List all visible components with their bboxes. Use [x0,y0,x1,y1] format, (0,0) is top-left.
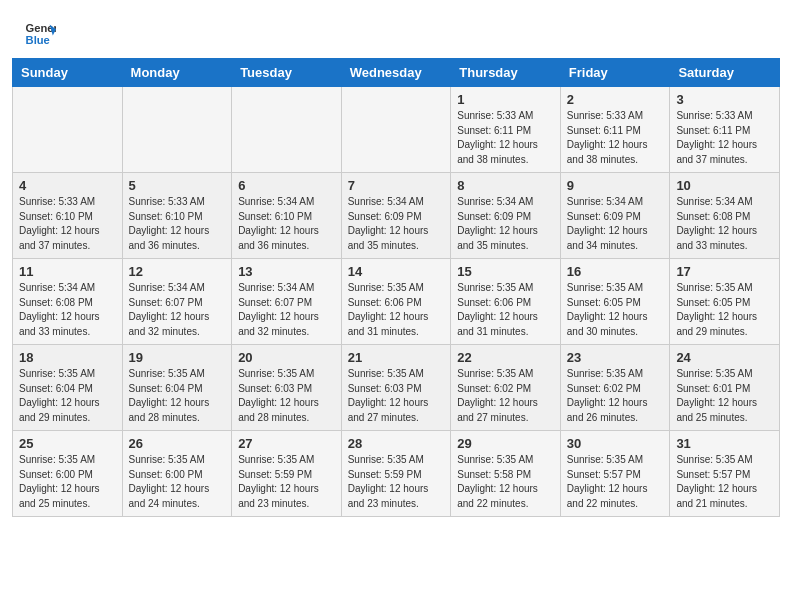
day-info: Sunrise: 5:34 AM Sunset: 6:07 PM Dayligh… [238,281,335,339]
day-number: 25 [19,436,116,451]
calendar-cell: 21Sunrise: 5:35 AM Sunset: 6:03 PM Dayli… [341,345,451,431]
day-info: Sunrise: 5:35 AM Sunset: 6:04 PM Dayligh… [19,367,116,425]
day-header-friday: Friday [560,59,670,87]
day-number: 27 [238,436,335,451]
calendar-cell: 5Sunrise: 5:33 AM Sunset: 6:10 PM Daylig… [122,173,232,259]
day-info: Sunrise: 5:34 AM Sunset: 6:10 PM Dayligh… [238,195,335,253]
day-info: Sunrise: 5:35 AM Sunset: 6:03 PM Dayligh… [238,367,335,425]
day-info: Sunrise: 5:34 AM Sunset: 6:09 PM Dayligh… [457,195,554,253]
day-info: Sunrise: 5:33 AM Sunset: 6:10 PM Dayligh… [129,195,226,253]
day-info: Sunrise: 5:33 AM Sunset: 6:11 PM Dayligh… [567,109,664,167]
day-info: Sunrise: 5:35 AM Sunset: 6:03 PM Dayligh… [348,367,445,425]
day-info: Sunrise: 5:33 AM Sunset: 6:11 PM Dayligh… [676,109,773,167]
day-number: 9 [567,178,664,193]
day-info: Sunrise: 5:35 AM Sunset: 6:02 PM Dayligh… [567,367,664,425]
day-header-monday: Monday [122,59,232,87]
week-row-2: 4Sunrise: 5:33 AM Sunset: 6:10 PM Daylig… [13,173,780,259]
calendar-cell: 13Sunrise: 5:34 AM Sunset: 6:07 PM Dayli… [232,259,342,345]
day-info: Sunrise: 5:35 AM Sunset: 6:00 PM Dayligh… [129,453,226,511]
day-header-saturday: Saturday [670,59,780,87]
day-number: 23 [567,350,664,365]
calendar-cell: 14Sunrise: 5:35 AM Sunset: 6:06 PM Dayli… [341,259,451,345]
calendar-cell: 27Sunrise: 5:35 AM Sunset: 5:59 PM Dayli… [232,431,342,517]
day-info: Sunrise: 5:35 AM Sunset: 6:00 PM Dayligh… [19,453,116,511]
calendar-cell: 23Sunrise: 5:35 AM Sunset: 6:02 PM Dayli… [560,345,670,431]
calendar-cell: 29Sunrise: 5:35 AM Sunset: 5:58 PM Dayli… [451,431,561,517]
calendar-cell: 8Sunrise: 5:34 AM Sunset: 6:09 PM Daylig… [451,173,561,259]
day-number: 2 [567,92,664,107]
calendar-cell: 11Sunrise: 5:34 AM Sunset: 6:08 PM Dayli… [13,259,123,345]
day-number: 7 [348,178,445,193]
day-number: 16 [567,264,664,279]
calendar-cell [341,87,451,173]
day-number: 20 [238,350,335,365]
calendar-cell: 17Sunrise: 5:35 AM Sunset: 6:05 PM Dayli… [670,259,780,345]
calendar-cell: 24Sunrise: 5:35 AM Sunset: 6:01 PM Dayli… [670,345,780,431]
calendar-cell: 31Sunrise: 5:35 AM Sunset: 5:57 PM Dayli… [670,431,780,517]
day-info: Sunrise: 5:35 AM Sunset: 5:57 PM Dayligh… [676,453,773,511]
day-number: 28 [348,436,445,451]
calendar-cell: 3Sunrise: 5:33 AM Sunset: 6:11 PM Daylig… [670,87,780,173]
calendar-table: SundayMondayTuesdayWednesdayThursdayFrid… [12,58,780,517]
week-row-4: 18Sunrise: 5:35 AM Sunset: 6:04 PM Dayli… [13,345,780,431]
calendar-cell: 22Sunrise: 5:35 AM Sunset: 6:02 PM Dayli… [451,345,561,431]
day-header-thursday: Thursday [451,59,561,87]
calendar-cell: 26Sunrise: 5:35 AM Sunset: 6:00 PM Dayli… [122,431,232,517]
calendar-wrapper: SundayMondayTuesdayWednesdayThursdayFrid… [0,58,792,529]
calendar-cell: 20Sunrise: 5:35 AM Sunset: 6:03 PM Dayli… [232,345,342,431]
day-header-tuesday: Tuesday [232,59,342,87]
day-number: 29 [457,436,554,451]
logo: General Blue [24,18,56,50]
day-number: 12 [129,264,226,279]
calendar-cell: 15Sunrise: 5:35 AM Sunset: 6:06 PM Dayli… [451,259,561,345]
calendar-header: SundayMondayTuesdayWednesdayThursdayFrid… [13,59,780,87]
day-info: Sunrise: 5:35 AM Sunset: 5:59 PM Dayligh… [348,453,445,511]
day-number: 24 [676,350,773,365]
day-info: Sunrise: 5:34 AM Sunset: 6:07 PM Dayligh… [129,281,226,339]
day-info: Sunrise: 5:35 AM Sunset: 5:58 PM Dayligh… [457,453,554,511]
day-info: Sunrise: 5:35 AM Sunset: 5:57 PM Dayligh… [567,453,664,511]
calendar-cell: 16Sunrise: 5:35 AM Sunset: 6:05 PM Dayli… [560,259,670,345]
day-number: 10 [676,178,773,193]
day-number: 22 [457,350,554,365]
calendar-cell [122,87,232,173]
calendar-cell [232,87,342,173]
week-row-3: 11Sunrise: 5:34 AM Sunset: 6:08 PM Dayli… [13,259,780,345]
day-number: 14 [348,264,445,279]
calendar-cell: 25Sunrise: 5:35 AM Sunset: 6:00 PM Dayli… [13,431,123,517]
calendar-cell: 9Sunrise: 5:34 AM Sunset: 6:09 PM Daylig… [560,173,670,259]
page-header: General Blue [0,0,792,58]
day-info: Sunrise: 5:35 AM Sunset: 6:05 PM Dayligh… [676,281,773,339]
day-number: 6 [238,178,335,193]
calendar-cell: 2Sunrise: 5:33 AM Sunset: 6:11 PM Daylig… [560,87,670,173]
day-number: 5 [129,178,226,193]
day-header-wednesday: Wednesday [341,59,451,87]
day-info: Sunrise: 5:35 AM Sunset: 6:02 PM Dayligh… [457,367,554,425]
day-number: 26 [129,436,226,451]
day-info: Sunrise: 5:34 AM Sunset: 6:08 PM Dayligh… [19,281,116,339]
calendar-cell: 7Sunrise: 5:34 AM Sunset: 6:09 PM Daylig… [341,173,451,259]
calendar-cell: 6Sunrise: 5:34 AM Sunset: 6:10 PM Daylig… [232,173,342,259]
day-number: 17 [676,264,773,279]
week-row-5: 25Sunrise: 5:35 AM Sunset: 6:00 PM Dayli… [13,431,780,517]
day-number: 1 [457,92,554,107]
week-row-1: 1Sunrise: 5:33 AM Sunset: 6:11 PM Daylig… [13,87,780,173]
day-number: 18 [19,350,116,365]
svg-text:Blue: Blue [26,34,50,46]
day-info: Sunrise: 5:35 AM Sunset: 6:06 PM Dayligh… [348,281,445,339]
day-header-sunday: Sunday [13,59,123,87]
day-info: Sunrise: 5:35 AM Sunset: 6:05 PM Dayligh… [567,281,664,339]
calendar-cell: 4Sunrise: 5:33 AM Sunset: 6:10 PM Daylig… [13,173,123,259]
day-info: Sunrise: 5:35 AM Sunset: 6:01 PM Dayligh… [676,367,773,425]
day-number: 13 [238,264,335,279]
day-info: Sunrise: 5:35 AM Sunset: 6:06 PM Dayligh… [457,281,554,339]
calendar-cell: 1Sunrise: 5:33 AM Sunset: 6:11 PM Daylig… [451,87,561,173]
day-number: 19 [129,350,226,365]
day-number: 21 [348,350,445,365]
calendar-cell: 18Sunrise: 5:35 AM Sunset: 6:04 PM Dayli… [13,345,123,431]
logo-icon: General Blue [24,18,56,50]
day-number: 15 [457,264,554,279]
calendar-cell: 12Sunrise: 5:34 AM Sunset: 6:07 PM Dayli… [122,259,232,345]
day-number: 11 [19,264,116,279]
calendar-cell: 19Sunrise: 5:35 AM Sunset: 6:04 PM Dayli… [122,345,232,431]
